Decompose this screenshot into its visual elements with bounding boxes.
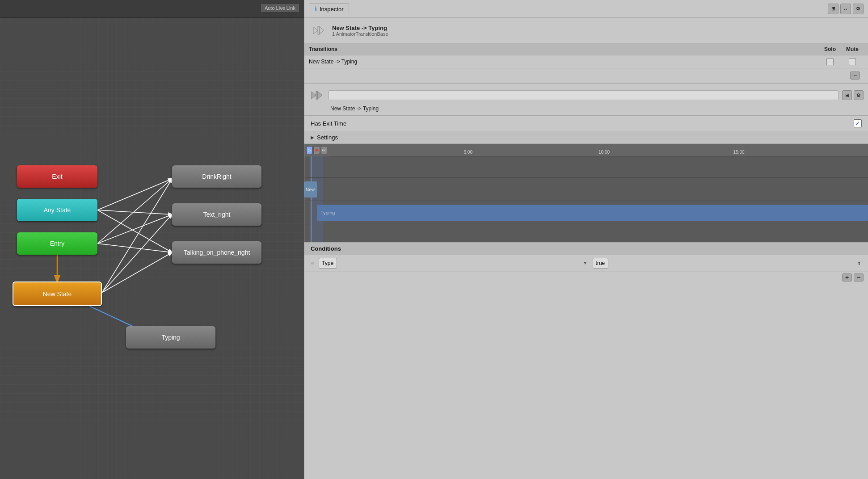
timeline-bar-new: New	[304, 181, 317, 197]
svg-line-4	[97, 214, 172, 244]
state-drinkright[interactable]: DrinkRight	[172, 165, 261, 188]
state-entry[interactable]: Entry	[17, 232, 97, 255]
transitions-section: Transitions Solo Mute New State -> Typin…	[304, 43, 868, 84]
timeline-play-btn[interactable]: ▷	[306, 146, 312, 154]
svg-line-13	[102, 252, 172, 293]
svg-marker-14	[313, 27, 318, 34]
state-textright[interactable]: Text_right	[172, 203, 261, 226]
timeline-record-btn[interactable]: ⏺	[313, 146, 320, 154]
conditions-label: Conditions	[311, 245, 341, 252]
timeline-row-empty	[304, 156, 868, 178]
inspector-subtitle: 1 AnimatorTransitionBase	[332, 31, 388, 37]
condition-param-wrapper: Type	[319, 258, 590, 269]
transitions-table-header: Transitions Solo Mute	[304, 43, 868, 55]
transition-detail-actions: ⊞ ⚙	[842, 90, 864, 100]
timeline-mark-15: 15:00	[733, 150, 745, 155]
has-exit-time-row: Has Exit Time ✓	[304, 116, 868, 131]
timeline-area: ▷ ⏺ ⏭ 5:00 10:00 15:00	[304, 144, 868, 242]
state-any-label: Any State	[44, 206, 71, 214]
mute-label: Mute	[841, 46, 864, 52]
mute-checkbox[interactable]	[849, 58, 856, 65]
auto-live-link-button[interactable]: Auto Live Link	[261, 4, 299, 13]
condition-value-select[interactable]: true	[593, 258, 608, 269]
state-entry-label: Entry	[50, 240, 65, 247]
timeline-bar-typing: Typing	[317, 205, 868, 221]
transition-header-icon	[311, 22, 327, 38]
inspector-header: New State -> Typing 1 AnimatorTransition…	[304, 18, 868, 43]
timeline-body[interactable]: New Typing	[304, 156, 868, 242]
bar-typing-label: Typing	[320, 210, 335, 215]
state-drinkright-label: DrinkRight	[202, 173, 231, 180]
svg-line-8	[97, 210, 172, 252]
svg-marker-17	[312, 92, 316, 99]
svg-line-11	[102, 179, 172, 293]
remove-condition-btn[interactable]: −	[854, 273, 864, 282]
inspector-grid-btn[interactable]: ⊞	[828, 4, 839, 14]
settings-label: Settings	[317, 134, 338, 141]
timeline-end-btn[interactable]: ⏭	[321, 146, 327, 154]
state-talking[interactable]: Talking_on_phone_right	[172, 241, 261, 264]
inspector-tab[interactable]: ℹ Inspector	[309, 3, 349, 14]
state-any-state[interactable]: Any State	[17, 199, 97, 221]
has-exit-time-label: Has Exit Time	[311, 120, 854, 127]
add-condition-btn[interactable]: +	[842, 273, 852, 282]
transition-table-row[interactable]: New State -> Typing	[304, 55, 868, 68]
svg-line-3	[97, 179, 172, 244]
conditions-add-remove-row: + −	[304, 272, 868, 283]
timeline-row-new: New	[304, 178, 868, 201]
timeline-marks-area: 5:00 10:00 15:00	[329, 144, 868, 156]
left-toolbar: Auto Live Link	[0, 0, 304, 18]
inspector-tab-label: Inspector	[320, 6, 343, 13]
timeline-mark-5: 5:00	[464, 150, 472, 155]
state-exit[interactable]: Exit	[17, 165, 97, 188]
state-new-label: New State	[43, 290, 72, 298]
condition-param-select[interactable]: Type	[319, 258, 337, 269]
detail-gear-btn[interactable]: ⚙	[854, 90, 864, 100]
svg-line-7	[97, 210, 172, 214]
svg-rect-15	[318, 26, 320, 34]
settings-header[interactable]: ▶ Settings	[304, 131, 868, 144]
timeline-row-typing: Typing	[304, 201, 868, 224]
timeline-ruler: ▷ ⏺ ⏭ 5:00 10:00 15:00	[304, 144, 868, 156]
detail-copy-btn[interactable]: ⊞	[842, 90, 852, 100]
remove-transition-btn[interactable]: −	[850, 71, 860, 80]
timeline-controls: ▷ ⏺ ⏭	[304, 144, 329, 156]
state-typing[interactable]: Typing	[126, 326, 215, 349]
svg-marker-16	[320, 27, 324, 34]
state-typing-label: Typing	[161, 334, 180, 341]
transition-name-input[interactable]	[329, 90, 839, 100]
inspector-settings-btn[interactable]: ⚙	[853, 4, 864, 14]
timeline-mark-10: 10:00	[598, 150, 610, 155]
state-talking-label: Talking_on_phone_right	[184, 249, 250, 256]
solo-checkbox[interactable]	[826, 58, 834, 65]
inspector-toolbar: ⊞ ↔ ⚙	[828, 4, 864, 14]
svg-line-12	[102, 214, 172, 293]
settings-triangle-icon: ▶	[311, 135, 314, 140]
transition-name-display: New State -> Typing	[309, 103, 864, 112]
has-exit-time-checkbox[interactable]: ✓	[854, 119, 862, 127]
svg-marker-19	[318, 92, 322, 99]
state-exit-label: Exit	[52, 173, 62, 180]
svg-line-5	[97, 244, 172, 252]
inspector-titlebar: ℹ Inspector ⊞ ↔ ⚙	[304, 0, 868, 18]
solo-checkbox-wrapper	[819, 58, 841, 65]
transition-title-area: New State -> Typing 1 AnimatorTransition…	[332, 25, 388, 37]
conditions-section: Conditions = Type true + −	[304, 242, 868, 283]
transition-row-label: New State -> Typing	[309, 59, 819, 65]
bar-new-label: New	[306, 187, 315, 192]
transitions-label: Transitions	[309, 46, 819, 52]
transition-name-label: New State -> Typing	[330, 105, 379, 112]
svg-line-6	[97, 179, 172, 210]
condition-row: = Type true	[304, 255, 868, 272]
condition-equals-icon: =	[309, 260, 316, 267]
solo-label: Solo	[819, 46, 841, 52]
condition-value-wrapper: true	[593, 258, 864, 269]
has-exit-time-value: ✓	[854, 119, 862, 127]
inspector-layout-btn[interactable]: ↔	[840, 4, 851, 14]
mute-checkbox-wrapper	[841, 58, 864, 65]
graph-area[interactable]: Exit Any State Entry New State DrinkRigh…	[0, 18, 304, 479]
conditions-header: Conditions	[304, 243, 868, 255]
inspector-title: New State -> Typing	[332, 25, 388, 31]
animator-graph-panel: Auto Live Link	[0, 0, 304, 479]
state-new-state[interactable]: New State	[13, 282, 102, 306]
